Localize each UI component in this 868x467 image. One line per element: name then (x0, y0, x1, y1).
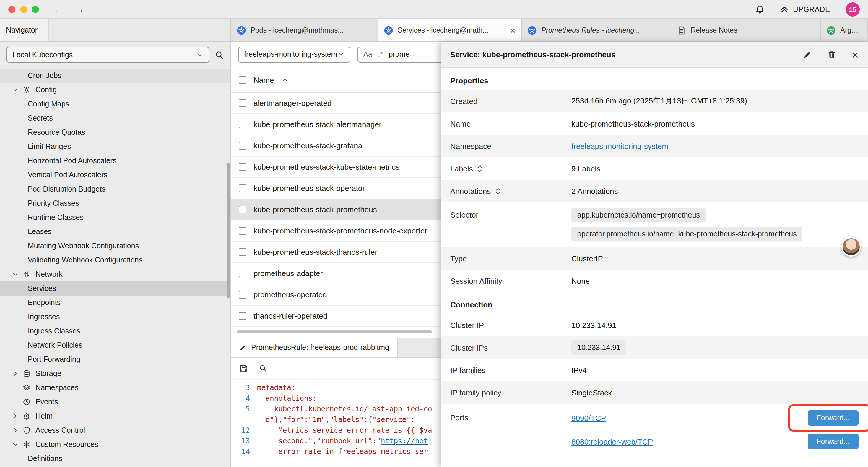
sidebar-item-definitions[interactable]: Definitions (0, 451, 230, 466)
sidebar-item-namespaces[interactable]: Namespaces (0, 381, 230, 395)
sidebar-search-icon[interactable] (215, 50, 224, 59)
sidebar-item-mutating-webhook-configurations[interactable]: Mutating Webhook Configurations (0, 239, 230, 253)
forward-icon[interactable]: → (74, 4, 84, 14)
row-checkbox[interactable] (239, 142, 246, 150)
sidebar-item-label: Validating Webhook Configurations (28, 256, 143, 264)
sidebar-item-resource-quotas[interactable]: Resource Quotas (0, 125, 230, 140)
sidebar-item-ingress-classes[interactable]: Ingress Classes (0, 324, 230, 338)
sidebar-item-events[interactable]: Events (0, 395, 230, 409)
sidebar-item-network-policies[interactable]: Network Policies (0, 338, 230, 352)
line-number: 12 (231, 425, 257, 436)
sidebar-item-horizontal-pod-autoscalers[interactable]: Horizontal Pod Autoscalers (0, 154, 230, 168)
delete-trash-icon[interactable] (828, 50, 836, 59)
tab-label: Prometheus Rules - icecheng... (541, 26, 665, 34)
service-name: kube-prometheus-stack-thanos-ruler (253, 248, 377, 257)
line-number (231, 414, 257, 425)
sidebar-item-storage[interactable]: Storage (0, 367, 230, 381)
sidebar-item-config-maps[interactable]: Config Maps (0, 97, 230, 111)
sidebar-item-services[interactable]: Services (0, 282, 230, 296)
sidebar-scrollbar[interactable] (227, 163, 230, 298)
tab-label: Release Notes (691, 26, 814, 34)
forward-button[interactable]: Forward... (807, 410, 859, 426)
navigator-tab[interactable]: Navigator (0, 19, 49, 41)
sort-ascending-icon[interactable] (281, 76, 288, 83)
property-row-cluster-ip: Cluster IP 10.233.14.91 (441, 314, 868, 337)
tab-services[interactable]: Services - icecheng@math... × (378, 19, 522, 41)
sidebar-item-helm[interactable]: Helm (0, 409, 230, 423)
close-window-button[interactable] (8, 6, 16, 13)
sidebar-item-leases[interactable]: Leases (0, 225, 230, 239)
sidebar-item-port-forwarding[interactable]: Port Forwarding (0, 352, 230, 367)
close-drawer-icon[interactable]: × (852, 49, 859, 61)
user-avatar[interactable] (841, 237, 861, 257)
edit-pencil-icon[interactable] (803, 50, 812, 59)
close-tab-icon[interactable]: × (510, 26, 515, 35)
service-name: alertmanager-operated (253, 99, 332, 108)
select-all-checkbox[interactable] (239, 76, 246, 84)
expand-collapse-icon[interactable] (477, 164, 483, 173)
property-value[interactable]: 9 Labels (571, 164, 859, 173)
window-controls (0, 6, 39, 13)
code-link[interactable]: https://net (381, 437, 428, 445)
service-name: kube-prometheus-stack-alertmanager (253, 120, 382, 129)
row-checkbox[interactable] (239, 99, 246, 107)
tab-prometheus-rules[interactable]: Prometheus Rules - icecheng... (522, 19, 671, 41)
notification-count-badge[interactable]: 15 (845, 2, 860, 16)
network-icon (23, 270, 31, 279)
sidebar-item-priority-classes[interactable]: Priority Classes (0, 196, 230, 210)
match-case-toggle[interactable]: Aa (363, 50, 372, 59)
upgrade-button[interactable]: UPGRADE (780, 5, 830, 13)
regex-toggle[interactable]: .* (378, 50, 382, 59)
port-link-9090[interactable]: 9090/TCP (571, 413, 606, 422)
minimize-window-button[interactable] (20, 6, 27, 13)
sidebar-item-vertical-pod-autoscalers[interactable]: Vertical Pod Autoscalers (0, 168, 230, 182)
tab-release-notes[interactable]: Release Notes (671, 19, 821, 41)
sidebar-item-secrets[interactable]: Secrets (0, 111, 230, 125)
namespace-link[interactable]: freeleaps-monitoring-system (571, 142, 668, 150)
notifications-bell-icon[interactable] (755, 4, 765, 14)
sidebar-item-access-control[interactable]: Access Control (0, 423, 230, 437)
row-checkbox[interactable] (239, 163, 246, 171)
row-checkbox[interactable] (239, 312, 246, 320)
kubernetes-icon (528, 26, 536, 35)
back-icon[interactable]: ← (53, 4, 63, 14)
row-checkbox[interactable] (239, 269, 246, 277)
port-link-8080[interactable]: 8080:reloader-web/TCP (571, 437, 653, 446)
sidebar-item-cron-jobs[interactable]: Cron Jobs (0, 68, 230, 83)
sidebar-item-label: Namespaces (35, 384, 79, 392)
sidebar-item-runtime-classes[interactable]: Runtime Classes (0, 210, 230, 225)
row-checkbox[interactable] (239, 291, 246, 298)
horizontal-scrollbar[interactable] (237, 330, 432, 333)
row-checkbox[interactable] (239, 248, 246, 256)
row-checkbox[interactable] (239, 121, 246, 128)
sidebar-item-config[interactable]: Config (0, 83, 230, 97)
chevron-right-icon (12, 413, 19, 420)
property-label: Annotations (450, 186, 491, 195)
property-value[interactable]: 2 Annotations (571, 186, 859, 195)
sidebar-item-label: Limit Ranges (28, 143, 71, 151)
sidebar-item-custom-resources[interactable]: Custom Resources (0, 437, 230, 451)
sidebar-item-limit-ranges[interactable]: Limit Ranges (0, 140, 230, 154)
sidebar-item-network[interactable]: Network (0, 267, 230, 282)
helm-icon (23, 412, 31, 420)
sidebar-item-pod-disruption-budgets[interactable]: Pod Disruption Budgets (0, 182, 230, 196)
editor-search-icon[interactable] (259, 364, 267, 372)
sidebar-item-endpoints[interactable]: Endpoints (0, 296, 230, 310)
save-icon[interactable] (239, 364, 248, 373)
forward-button[interactable]: Forward... (807, 434, 859, 449)
tab-pods[interactable]: Pods - icecheng@mathmas... (231, 19, 378, 41)
sidebar-item-label: Storage (35, 370, 61, 378)
maximize-window-button[interactable] (32, 6, 39, 13)
kubeconfig-selector[interactable]: Local Kubeconfigs (6, 47, 209, 63)
document-icon (677, 26, 686, 35)
row-checkbox[interactable] (239, 184, 246, 192)
expand-collapse-icon[interactable] (495, 186, 501, 195)
tab-argo[interactable]: Argo S (821, 19, 868, 41)
row-checkbox[interactable] (239, 206, 246, 213)
row-checkbox[interactable] (239, 227, 246, 235)
dock-tab-prometheusrule[interactable]: PrometheusRule: freeleaps-prod-rabbitmq (231, 338, 398, 357)
sidebar-item-validating-webhook-configurations[interactable]: Validating Webhook Configurations (0, 253, 230, 267)
sidebar-item-ingresses[interactable]: Ingresses (0, 310, 230, 324)
column-header-name[interactable]: Name (253, 76, 274, 84)
namespace-filter-dropdown[interactable]: freeleaps-monitoring-system (238, 47, 350, 62)
